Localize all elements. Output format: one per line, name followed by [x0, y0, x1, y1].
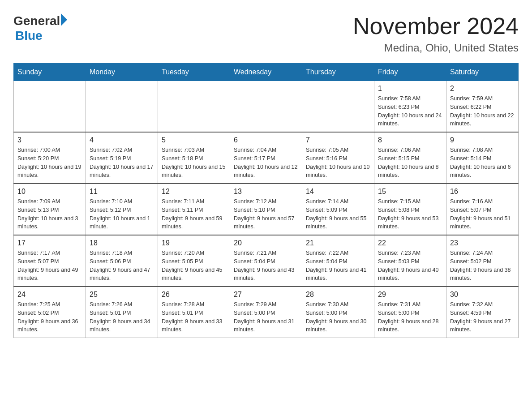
table-row: 13Sunrise: 7:12 AMSunset: 5:10 PMDayligh… [230, 184, 302, 235]
table-row: 2Sunrise: 7:59 AMSunset: 6:22 PMDaylight… [446, 81, 519, 133]
day-number: 11 [90, 188, 154, 196]
table-row: 14Sunrise: 7:14 AMSunset: 5:09 PMDayligh… [302, 184, 374, 235]
col-saturday: Saturday [446, 64, 519, 81]
table-row: 9Sunrise: 7:08 AMSunset: 5:14 PMDaylight… [446, 132, 519, 184]
col-friday: Friday [374, 64, 446, 81]
day-info: Sunrise: 7:21 AMSunset: 5:04 PMDaylight:… [234, 249, 298, 283]
day-number: 21 [306, 239, 370, 247]
day-number: 16 [450, 188, 515, 196]
page-header: General Blue November 2024 Medina, Ohio,… [13, 13, 519, 54]
table-row: 4Sunrise: 7:02 AMSunset: 5:19 PMDaylight… [86, 132, 158, 184]
day-info: Sunrise: 7:15 AMSunset: 5:08 PMDaylight:… [378, 197, 442, 231]
day-number: 4 [90, 136, 154, 144]
day-info: Sunrise: 7:26 AMSunset: 5:01 PMDaylight:… [90, 300, 154, 334]
calendar-title: November 2024 [353, 13, 519, 39]
logo-general-text: General [13, 14, 60, 28]
table-row [302, 81, 374, 133]
table-row: 8Sunrise: 7:06 AMSunset: 5:15 PMDaylight… [374, 132, 446, 184]
table-row: 7Sunrise: 7:05 AMSunset: 5:16 PMDaylight… [302, 132, 374, 184]
table-row: 17Sunrise: 7:17 AMSunset: 5:07 PMDayligh… [14, 235, 86, 287]
day-info: Sunrise: 7:23 AMSunset: 5:03 PMDaylight:… [378, 249, 442, 283]
day-number: 9 [450, 136, 515, 144]
table-row [230, 81, 302, 133]
day-number: 10 [17, 188, 82, 196]
calendar-week-row: 3Sunrise: 7:00 AMSunset: 5:20 PMDaylight… [14, 132, 519, 184]
table-row: 6Sunrise: 7:04 AMSunset: 5:17 PMDaylight… [230, 132, 302, 184]
day-number: 7 [306, 136, 370, 144]
day-info: Sunrise: 7:16 AMSunset: 5:07 PMDaylight:… [450, 197, 515, 231]
day-number: 20 [234, 239, 298, 247]
day-info: Sunrise: 7:59 AMSunset: 6:22 PMDaylight:… [450, 94, 515, 128]
calendar-week-row: 10Sunrise: 7:09 AMSunset: 5:13 PMDayligh… [14, 184, 519, 235]
day-number: 27 [234, 291, 298, 299]
day-number: 8 [378, 136, 442, 144]
table-row: 30Sunrise: 7:32 AMSunset: 4:59 PMDayligh… [446, 287, 519, 338]
table-row [158, 81, 230, 133]
table-row: 27Sunrise: 7:29 AMSunset: 5:00 PMDayligh… [230, 287, 302, 338]
day-info: Sunrise: 7:28 AMSunset: 5:01 PMDaylight:… [162, 300, 226, 334]
table-row: 10Sunrise: 7:09 AMSunset: 5:13 PMDayligh… [14, 184, 86, 235]
day-number: 6 [234, 136, 298, 144]
table-row: 18Sunrise: 7:18 AMSunset: 5:06 PMDayligh… [86, 235, 158, 287]
col-thursday: Thursday [302, 64, 374, 81]
table-row: 5Sunrise: 7:03 AMSunset: 5:18 PMDaylight… [158, 132, 230, 184]
table-row: 23Sunrise: 7:24 AMSunset: 5:02 PMDayligh… [446, 235, 519, 287]
table-row: 3Sunrise: 7:00 AMSunset: 5:20 PMDaylight… [14, 132, 86, 184]
day-info: Sunrise: 7:29 AMSunset: 5:00 PMDaylight:… [234, 300, 298, 334]
day-number: 14 [306, 188, 370, 196]
day-info: Sunrise: 7:30 AMSunset: 5:00 PMDaylight:… [306, 300, 370, 334]
table-row: 20Sunrise: 7:21 AMSunset: 5:04 PMDayligh… [230, 235, 302, 287]
day-number: 19 [162, 239, 226, 247]
day-info: Sunrise: 7:03 AMSunset: 5:18 PMDaylight:… [162, 146, 226, 180]
table-row: 16Sunrise: 7:16 AMSunset: 5:07 PMDayligh… [446, 184, 519, 235]
day-number: 28 [306, 291, 370, 299]
logo: General Blue [13, 13, 67, 43]
title-section: November 2024 Medina, Ohio, United State… [353, 13, 519, 54]
day-number: 12 [162, 188, 226, 196]
day-info: Sunrise: 7:02 AMSunset: 5:19 PMDaylight:… [90, 146, 154, 180]
day-number: 26 [162, 291, 226, 299]
day-info: Sunrise: 7:05 AMSunset: 5:16 PMDaylight:… [306, 146, 370, 180]
table-row: 25Sunrise: 7:26 AMSunset: 5:01 PMDayligh… [86, 287, 158, 338]
day-info: Sunrise: 7:24 AMSunset: 5:02 PMDaylight:… [450, 249, 515, 283]
table-row: 26Sunrise: 7:28 AMSunset: 5:01 PMDayligh… [158, 287, 230, 338]
table-row: 12Sunrise: 7:11 AMSunset: 5:11 PMDayligh… [158, 184, 230, 235]
day-number: 15 [378, 188, 442, 196]
day-number: 5 [162, 136, 226, 144]
day-info: Sunrise: 7:12 AMSunset: 5:10 PMDaylight:… [234, 197, 298, 231]
calendar-table: Sunday Monday Tuesday Wednesday Thursday… [13, 63, 519, 338]
table-row: 22Sunrise: 7:23 AMSunset: 5:03 PMDayligh… [374, 235, 446, 287]
logo-arrow-icon [61, 13, 67, 26]
day-info: Sunrise: 7:06 AMSunset: 5:15 PMDaylight:… [378, 146, 442, 180]
table-row: 19Sunrise: 7:20 AMSunset: 5:05 PMDayligh… [158, 235, 230, 287]
day-number: 2 [450, 85, 515, 93]
day-info: Sunrise: 7:31 AMSunset: 5:00 PMDaylight:… [378, 300, 442, 334]
calendar-week-row: 24Sunrise: 7:25 AMSunset: 5:02 PMDayligh… [14, 287, 519, 338]
day-info: Sunrise: 7:22 AMSunset: 5:04 PMDaylight:… [306, 249, 370, 283]
table-row: 24Sunrise: 7:25 AMSunset: 5:02 PMDayligh… [14, 287, 86, 338]
day-info: Sunrise: 7:14 AMSunset: 5:09 PMDaylight:… [306, 197, 370, 231]
day-info: Sunrise: 7:32 AMSunset: 4:59 PMDaylight:… [450, 300, 515, 334]
col-wednesday: Wednesday [230, 64, 302, 81]
day-info: Sunrise: 7:08 AMSunset: 5:14 PMDaylight:… [450, 146, 515, 180]
day-info: Sunrise: 7:20 AMSunset: 5:05 PMDaylight:… [162, 249, 226, 283]
day-info: Sunrise: 7:25 AMSunset: 5:02 PMDaylight:… [17, 300, 82, 334]
day-number: 1 [378, 85, 442, 93]
calendar-subtitle: Medina, Ohio, United States [353, 42, 519, 54]
day-number: 23 [450, 239, 515, 247]
logo-blue-text: Blue [15, 29, 43, 43]
day-info: Sunrise: 7:04 AMSunset: 5:17 PMDaylight:… [234, 146, 298, 180]
col-sunday: Sunday [14, 64, 86, 81]
table-row: 21Sunrise: 7:22 AMSunset: 5:04 PMDayligh… [302, 235, 374, 287]
calendar-week-row: 17Sunrise: 7:17 AMSunset: 5:07 PMDayligh… [14, 235, 519, 287]
table-row: 11Sunrise: 7:10 AMSunset: 5:12 PMDayligh… [86, 184, 158, 235]
day-info: Sunrise: 7:10 AMSunset: 5:12 PMDaylight:… [90, 197, 154, 231]
day-info: Sunrise: 7:09 AMSunset: 5:13 PMDaylight:… [17, 197, 82, 231]
day-info: Sunrise: 7:17 AMSunset: 5:07 PMDaylight:… [17, 249, 82, 283]
calendar-header-row: Sunday Monday Tuesday Wednesday Thursday… [14, 64, 519, 81]
table-row: 29Sunrise: 7:31 AMSunset: 5:00 PMDayligh… [374, 287, 446, 338]
day-number: 30 [450, 291, 515, 299]
day-number: 25 [90, 291, 154, 299]
day-number: 17 [17, 239, 82, 247]
col-tuesday: Tuesday [158, 64, 230, 81]
